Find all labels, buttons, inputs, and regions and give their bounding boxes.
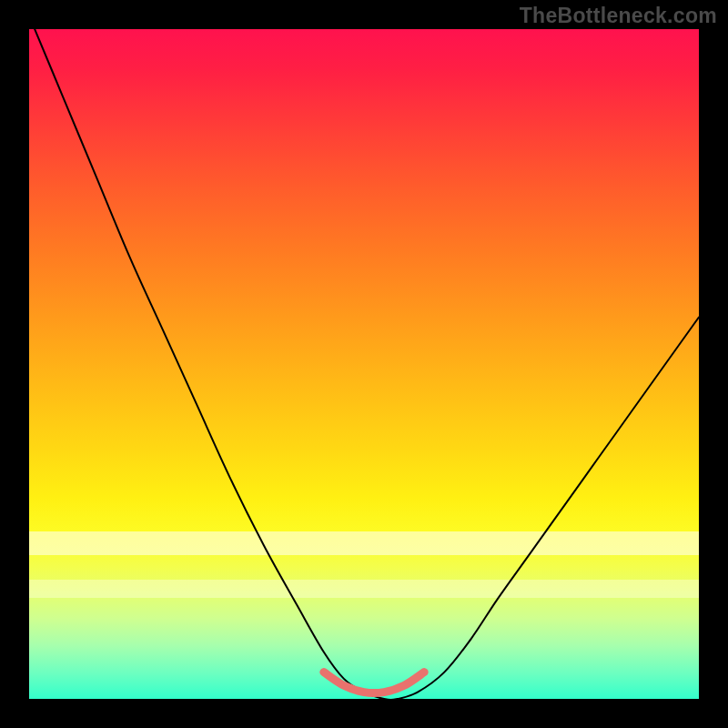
plot-area (29, 29, 699, 699)
curve-svg (29, 29, 699, 699)
highlight-flat-bottom (324, 672, 424, 693)
watermark-text: TheBottleneck.com (520, 4, 717, 28)
bottleneck-curve (29, 29, 699, 699)
chart-frame: TheBottleneck.com (0, 0, 728, 728)
